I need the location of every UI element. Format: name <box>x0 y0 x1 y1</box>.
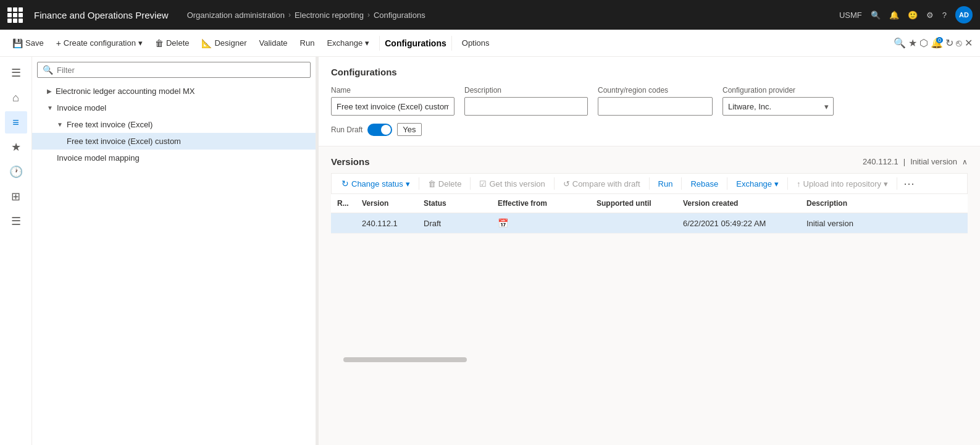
tree-item-label-invoice-model: Invoice model <box>57 103 106 112</box>
config-fields: Name Description Country/region codes Co… <box>331 86 968 116</box>
designer-button[interactable]: 📐 Designer <box>196 36 251 51</box>
refresh-icon[interactable]: ↻ <box>945 37 953 49</box>
cell-version: 240.112.1 <box>356 213 417 234</box>
validate-button[interactable]: Validate <box>254 36 293 50</box>
tree-item-label-free-text-custom: Free text invoice (Excel) custom <box>67 137 181 146</box>
tree-items: ▶ Electronic ledger accounting model MX … <box>32 83 316 445</box>
breadcrumb: Organization administration › Electronic… <box>187 11 833 20</box>
help-icon[interactable]: ? <box>942 11 947 20</box>
breadcrumb-config[interactable]: Configurations <box>374 11 425 20</box>
top-bar: Finance and Operations Preview Organizat… <box>0 0 980 30</box>
tree-filter: 🔍 <box>37 62 311 78</box>
name-label: Name <box>331 86 454 95</box>
cell-effective: 📅 <box>492 213 590 234</box>
cmd-search-icon[interactable]: 🔍 <box>894 37 906 49</box>
col-header-status: Status <box>417 194 492 213</box>
open-in-new-icon[interactable]: ⎋ <box>956 38 962 49</box>
provider-select[interactable]: Litware, Inc. <box>722 97 834 116</box>
desc-label: Description <box>464 86 588 95</box>
change-status-button[interactable]: ↻ Change status ▾ <box>337 176 415 191</box>
change-status-icon: ↻ <box>341 179 349 189</box>
emoji-icon[interactable]: 🙂 <box>908 11 918 20</box>
v-delete-icon: 🗑 <box>428 179 436 189</box>
delete-icon: 🗑 <box>155 38 164 48</box>
nav-items[interactable]: ☰ <box>5 210 27 232</box>
tree-item-elec-ledger[interactable]: ▶ Electronic ledger accounting model MX <box>32 83 316 100</box>
tree-panel: 🔍 ▶ Electronic ledger accounting model M… <box>32 57 316 445</box>
tree-item-free-text-excel[interactable]: ▼ Free text invoice (Excel) <box>32 116 316 133</box>
badge-icon[interactable]: 🔔0 <box>931 37 943 49</box>
tree-item-label-invoice-mapping: Invoice model mapping <box>57 153 140 163</box>
filter-input[interactable] <box>57 66 305 75</box>
toggle-thumb <box>381 125 391 135</box>
col-header-effective: Effective from <box>492 194 590 213</box>
calendar-icon[interactable]: 📅 <box>498 218 508 228</box>
expand-arrow-invoice[interactable]: ▼ <box>47 104 53 111</box>
country-input[interactable] <box>598 97 713 116</box>
run-button[interactable]: Run <box>295 36 320 50</box>
nav-list[interactable]: ≡ <box>5 111 27 134</box>
cell-supported <box>590 213 677 234</box>
nav-grid[interactable]: ⊞ <box>5 185 27 208</box>
versions-section: Versions 240.112.1 | Initial version ∧ ↻… <box>319 146 980 445</box>
nav-home[interactable]: ⌂ <box>5 87 27 109</box>
h-scrollbar[interactable] <box>343 357 467 362</box>
delete-button[interactable]: 🗑 Delete <box>150 36 195 51</box>
versions-collapse-button[interactable]: ∧ <box>962 158 968 166</box>
exchange-button[interactable]: Exchange ▾ <box>322 36 374 50</box>
search-icon[interactable]: 🔍 <box>871 11 881 20</box>
get-version-icon: ☑ <box>479 179 487 189</box>
v-exchange-dropdown-icon[interactable]: ▾ <box>774 179 779 189</box>
notification-icon[interactable]: 🔔 <box>889 11 899 20</box>
cmd-right-area: 🔍 ★ ⬡ 🔔0 ↻ ⎋ ✕ <box>894 37 973 49</box>
close-icon[interactable]: ✕ <box>965 37 973 49</box>
change-status-dropdown-icon[interactable]: ▾ <box>406 179 410 189</box>
tree-item-free-text-custom[interactable]: Free text invoice (Excel) custom <box>32 133 316 150</box>
upload-dropdown-icon[interactable]: ▾ <box>884 179 888 189</box>
breadcrumb-er[interactable]: Electronic reporting <box>295 11 364 20</box>
compare-with-draft-button[interactable]: ↺ Compare with draft <box>558 177 645 191</box>
run-draft-toggle[interactable] <box>367 124 392 136</box>
favorites-icon[interactable]: ★ <box>908 37 917 49</box>
upload-icon: ↑ <box>797 179 801 189</box>
breadcrumb-org[interactable]: Organization administration <box>187 11 285 20</box>
v-sep-5 <box>681 177 682 190</box>
get-this-version-button[interactable]: ☑ Get this version <box>474 177 550 191</box>
name-input[interactable] <box>331 97 454 116</box>
more-options-button[interactable]: ⋯ <box>901 177 917 190</box>
options-button[interactable]: Options <box>457 36 495 50</box>
nav-icon[interactable]: ⬡ <box>919 37 928 49</box>
country-label: Country/region codes <box>598 86 713 95</box>
tree-item-invoice-model[interactable]: ▼ Invoice model <box>32 100 316 116</box>
version-sep: | <box>903 157 905 166</box>
col-header-r: R... <box>331 194 356 213</box>
settings-icon[interactable]: ⚙ <box>926 11 934 20</box>
description-input[interactable] <box>464 97 588 116</box>
rebase-button[interactable]: Rebase <box>685 177 723 191</box>
create-configuration-button[interactable]: + Create configuration ▾ <box>51 36 148 51</box>
v-sep-2 <box>470 177 471 190</box>
upload-repository-button[interactable]: ↑ Upload into repository ▾ <box>792 177 893 191</box>
field-name-group: Name <box>331 86 454 116</box>
v-exchange-button[interactable]: Exchange ▾ <box>731 177 784 191</box>
nav-star[interactable]: ★ <box>5 136 27 158</box>
expand-arrow-elec[interactable]: ▶ <box>47 88 52 95</box>
v-sep-1 <box>419 177 419 190</box>
tree-item-label-elec-ledger: Electronic ledger accounting model MX <box>56 87 195 96</box>
avatar[interactable]: AD <box>955 6 973 23</box>
nav-hamburger[interactable]: ☰ <box>5 62 27 84</box>
tree-item-invoice-model-mapping[interactable]: Invoice model mapping <box>32 150 316 166</box>
col-header-desc: Description <box>800 194 968 213</box>
side-nav: ☰ ⌂ ≡ ★ 🕐 ⊞ ☰ <box>0 57 32 445</box>
v-run-button[interactable]: Run <box>653 177 678 191</box>
table-header-row: R... Version Status Effective from Suppo… <box>331 194 968 213</box>
app-grid-button[interactable] <box>7 7 23 23</box>
table-row[interactable]: 240.112.1 Draft 📅 6/22/2021 05:49:22 AM … <box>331 213 968 234</box>
expand-arrow-free-text[interactable]: ▼ <box>57 121 63 128</box>
v-delete-button[interactable]: 🗑 Delete <box>423 177 467 191</box>
save-button[interactable]: 💾 Save <box>7 36 49 51</box>
create-configuration-dropdown-icon[interactable]: ▾ <box>138 38 143 48</box>
version-number: 240.112.1 <box>863 157 898 166</box>
exchange-dropdown-icon[interactable]: ▾ <box>365 38 369 48</box>
nav-clock[interactable]: 🕐 <box>5 161 27 183</box>
